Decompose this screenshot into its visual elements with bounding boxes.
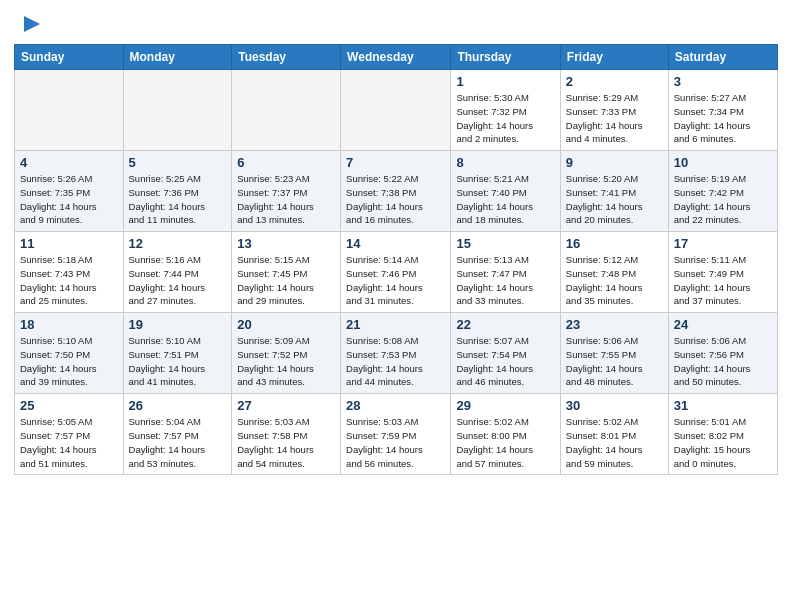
calendar-cell: 24Sunrise: 5:06 AM Sunset: 7:56 PM Dayli… xyxy=(668,313,777,394)
cell-info: Sunrise: 5:02 AM Sunset: 8:00 PM Dayligh… xyxy=(456,415,554,470)
cell-info: Sunrise: 5:05 AM Sunset: 7:57 PM Dayligh… xyxy=(20,415,118,470)
cell-info: Sunrise: 5:13 AM Sunset: 7:47 PM Dayligh… xyxy=(456,253,554,308)
cell-info: Sunrise: 5:11 AM Sunset: 7:49 PM Dayligh… xyxy=(674,253,772,308)
cell-info: Sunrise: 5:19 AM Sunset: 7:42 PM Dayligh… xyxy=(674,172,772,227)
logo-icon xyxy=(16,10,44,38)
calendar-cell: 16Sunrise: 5:12 AM Sunset: 7:48 PM Dayli… xyxy=(560,232,668,313)
calendar-cell: 3Sunrise: 5:27 AM Sunset: 7:34 PM Daylig… xyxy=(668,70,777,151)
weekday-header-tuesday: Tuesday xyxy=(232,45,341,70)
cell-info: Sunrise: 5:27 AM Sunset: 7:34 PM Dayligh… xyxy=(674,91,772,146)
cell-info: Sunrise: 5:12 AM Sunset: 7:48 PM Dayligh… xyxy=(566,253,663,308)
cell-day-number: 4 xyxy=(20,155,118,170)
cell-info: Sunrise: 5:29 AM Sunset: 7:33 PM Dayligh… xyxy=(566,91,663,146)
cell-day-number: 13 xyxy=(237,236,335,251)
cell-day-number: 12 xyxy=(129,236,227,251)
cell-info: Sunrise: 5:06 AM Sunset: 7:55 PM Dayligh… xyxy=(566,334,663,389)
cell-info: Sunrise: 5:10 AM Sunset: 7:50 PM Dayligh… xyxy=(20,334,118,389)
calendar-cell: 19Sunrise: 5:10 AM Sunset: 7:51 PM Dayli… xyxy=(123,313,232,394)
cell-day-number: 1 xyxy=(456,74,554,89)
calendar-cell: 14Sunrise: 5:14 AM Sunset: 7:46 PM Dayli… xyxy=(341,232,451,313)
cell-day-number: 5 xyxy=(129,155,227,170)
cell-day-number: 19 xyxy=(129,317,227,332)
cell-info: Sunrise: 5:21 AM Sunset: 7:40 PM Dayligh… xyxy=(456,172,554,227)
cell-day-number: 25 xyxy=(20,398,118,413)
calendar-cell: 7Sunrise: 5:22 AM Sunset: 7:38 PM Daylig… xyxy=(341,151,451,232)
cell-day-number: 23 xyxy=(566,317,663,332)
svg-marker-0 xyxy=(24,16,40,32)
cell-day-number: 20 xyxy=(237,317,335,332)
calendar-cell: 8Sunrise: 5:21 AM Sunset: 7:40 PM Daylig… xyxy=(451,151,560,232)
calendar-cell: 13Sunrise: 5:15 AM Sunset: 7:45 PM Dayli… xyxy=(232,232,341,313)
weekday-header-wednesday: Wednesday xyxy=(341,45,451,70)
cell-day-number: 16 xyxy=(566,236,663,251)
cell-info: Sunrise: 5:08 AM Sunset: 7:53 PM Dayligh… xyxy=(346,334,445,389)
calendar-week-1: 1Sunrise: 5:30 AM Sunset: 7:32 PM Daylig… xyxy=(15,70,778,151)
calendar-cell: 21Sunrise: 5:08 AM Sunset: 7:53 PM Dayli… xyxy=(341,313,451,394)
calendar: SundayMondayTuesdayWednesdayThursdayFrid… xyxy=(14,44,778,475)
cell-info: Sunrise: 5:06 AM Sunset: 7:56 PM Dayligh… xyxy=(674,334,772,389)
cell-info: Sunrise: 5:02 AM Sunset: 8:01 PM Dayligh… xyxy=(566,415,663,470)
calendar-cell: 31Sunrise: 5:01 AM Sunset: 8:02 PM Dayli… xyxy=(668,394,777,475)
weekday-header-friday: Friday xyxy=(560,45,668,70)
calendar-cell: 15Sunrise: 5:13 AM Sunset: 7:47 PM Dayli… xyxy=(451,232,560,313)
calendar-cell: 25Sunrise: 5:05 AM Sunset: 7:57 PM Dayli… xyxy=(15,394,124,475)
cell-day-number: 21 xyxy=(346,317,445,332)
cell-info: Sunrise: 5:07 AM Sunset: 7:54 PM Dayligh… xyxy=(456,334,554,389)
calendar-cell: 2Sunrise: 5:29 AM Sunset: 7:33 PM Daylig… xyxy=(560,70,668,151)
cell-day-number: 10 xyxy=(674,155,772,170)
logo xyxy=(14,10,44,38)
calendar-cell xyxy=(15,70,124,151)
cell-info: Sunrise: 5:09 AM Sunset: 7:52 PM Dayligh… xyxy=(237,334,335,389)
calendar-cell: 1Sunrise: 5:30 AM Sunset: 7:32 PM Daylig… xyxy=(451,70,560,151)
calendar-cell: 10Sunrise: 5:19 AM Sunset: 7:42 PM Dayli… xyxy=(668,151,777,232)
cell-info: Sunrise: 5:03 AM Sunset: 7:59 PM Dayligh… xyxy=(346,415,445,470)
calendar-cell: 28Sunrise: 5:03 AM Sunset: 7:59 PM Dayli… xyxy=(341,394,451,475)
calendar-cell: 12Sunrise: 5:16 AM Sunset: 7:44 PM Dayli… xyxy=(123,232,232,313)
cell-info: Sunrise: 5:15 AM Sunset: 7:45 PM Dayligh… xyxy=(237,253,335,308)
calendar-cell: 11Sunrise: 5:18 AM Sunset: 7:43 PM Dayli… xyxy=(15,232,124,313)
cell-info: Sunrise: 5:01 AM Sunset: 8:02 PM Dayligh… xyxy=(674,415,772,470)
cell-day-number: 22 xyxy=(456,317,554,332)
cell-info: Sunrise: 5:16 AM Sunset: 7:44 PM Dayligh… xyxy=(129,253,227,308)
cell-day-number: 30 xyxy=(566,398,663,413)
cell-day-number: 18 xyxy=(20,317,118,332)
cell-day-number: 7 xyxy=(346,155,445,170)
calendar-cell xyxy=(341,70,451,151)
calendar-header-row: SundayMondayTuesdayWednesdayThursdayFrid… xyxy=(15,45,778,70)
cell-day-number: 3 xyxy=(674,74,772,89)
cell-info: Sunrise: 5:26 AM Sunset: 7:35 PM Dayligh… xyxy=(20,172,118,227)
weekday-header-monday: Monday xyxy=(123,45,232,70)
calendar-cell xyxy=(123,70,232,151)
cell-day-number: 6 xyxy=(237,155,335,170)
calendar-week-2: 4Sunrise: 5:26 AM Sunset: 7:35 PM Daylig… xyxy=(15,151,778,232)
calendar-cell: 18Sunrise: 5:10 AM Sunset: 7:50 PM Dayli… xyxy=(15,313,124,394)
calendar-cell: 4Sunrise: 5:26 AM Sunset: 7:35 PM Daylig… xyxy=(15,151,124,232)
weekday-header-saturday: Saturday xyxy=(668,45,777,70)
calendar-week-5: 25Sunrise: 5:05 AM Sunset: 7:57 PM Dayli… xyxy=(15,394,778,475)
cell-info: Sunrise: 5:30 AM Sunset: 7:32 PM Dayligh… xyxy=(456,91,554,146)
cell-info: Sunrise: 5:23 AM Sunset: 7:37 PM Dayligh… xyxy=(237,172,335,227)
calendar-cell: 26Sunrise: 5:04 AM Sunset: 7:57 PM Dayli… xyxy=(123,394,232,475)
cell-day-number: 17 xyxy=(674,236,772,251)
cell-day-number: 2 xyxy=(566,74,663,89)
calendar-cell: 29Sunrise: 5:02 AM Sunset: 8:00 PM Dayli… xyxy=(451,394,560,475)
calendar-cell xyxy=(232,70,341,151)
calendar-cell: 17Sunrise: 5:11 AM Sunset: 7:49 PM Dayli… xyxy=(668,232,777,313)
cell-info: Sunrise: 5:18 AM Sunset: 7:43 PM Dayligh… xyxy=(20,253,118,308)
calendar-cell: 30Sunrise: 5:02 AM Sunset: 8:01 PM Dayli… xyxy=(560,394,668,475)
cell-day-number: 29 xyxy=(456,398,554,413)
cell-day-number: 26 xyxy=(129,398,227,413)
calendar-week-3: 11Sunrise: 5:18 AM Sunset: 7:43 PM Dayli… xyxy=(15,232,778,313)
cell-info: Sunrise: 5:22 AM Sunset: 7:38 PM Dayligh… xyxy=(346,172,445,227)
cell-day-number: 11 xyxy=(20,236,118,251)
cell-info: Sunrise: 5:04 AM Sunset: 7:57 PM Dayligh… xyxy=(129,415,227,470)
cell-info: Sunrise: 5:10 AM Sunset: 7:51 PM Dayligh… xyxy=(129,334,227,389)
weekday-header-thursday: Thursday xyxy=(451,45,560,70)
calendar-cell: 5Sunrise: 5:25 AM Sunset: 7:36 PM Daylig… xyxy=(123,151,232,232)
calendar-cell: 9Sunrise: 5:20 AM Sunset: 7:41 PM Daylig… xyxy=(560,151,668,232)
calendar-cell: 22Sunrise: 5:07 AM Sunset: 7:54 PM Dayli… xyxy=(451,313,560,394)
page: SundayMondayTuesdayWednesdayThursdayFrid… xyxy=(0,0,792,489)
cell-day-number: 31 xyxy=(674,398,772,413)
calendar-cell: 27Sunrise: 5:03 AM Sunset: 7:58 PM Dayli… xyxy=(232,394,341,475)
weekday-header-sunday: Sunday xyxy=(15,45,124,70)
